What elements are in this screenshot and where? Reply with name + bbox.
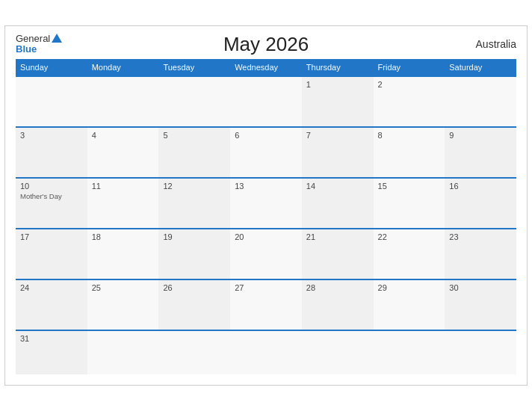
calendar-cell xyxy=(16,77,87,126)
date-number: 5 xyxy=(163,131,226,140)
date-number: 21 xyxy=(306,232,369,241)
calendar-cell: 23 xyxy=(445,229,516,279)
country-label: Australia xyxy=(476,38,516,50)
calendar-cell: 28 xyxy=(302,280,374,330)
calendar-cell: 25 xyxy=(87,280,159,330)
day-sunday: Sunday xyxy=(16,59,87,75)
calendar-cell xyxy=(158,331,230,374)
calendar-cell: 13 xyxy=(230,179,302,228)
calendar-event: Mother's Day xyxy=(20,192,83,200)
day-friday: Friday xyxy=(374,59,445,75)
days-header: Sunday Monday Tuesday Wednesday Thursday… xyxy=(16,59,516,75)
calendar-cell: 30 xyxy=(445,280,516,330)
date-number: 20 xyxy=(235,232,297,241)
date-number: 19 xyxy=(163,232,226,241)
calendar-cell: 18 xyxy=(87,229,159,279)
calendar-cell: 14 xyxy=(302,179,374,228)
calendar-cell xyxy=(87,77,159,126)
calendar-cell: 31 xyxy=(16,331,87,374)
date-number: 10 xyxy=(20,182,83,191)
week-row: 12 xyxy=(16,75,516,126)
calendar-container: GeneralBlue May 2026 Australia Sunday Mo… xyxy=(4,25,528,386)
date-number: 11 xyxy=(92,182,155,191)
calendar-cell: 6 xyxy=(230,128,302,177)
day-monday: Monday xyxy=(87,59,159,75)
logo-general-text: General xyxy=(16,34,50,44)
calendar-cell: 10Mother's Day xyxy=(16,179,87,228)
date-number: 7 xyxy=(306,131,369,140)
calendar-grid: 12345678910Mother's Day11121314151617181… xyxy=(16,75,516,374)
week-row: 31 xyxy=(16,330,516,374)
calendar-cell: 15 xyxy=(374,179,445,228)
calendar-cell: 7 xyxy=(302,128,374,177)
calendar-cell: 8 xyxy=(374,128,445,177)
date-number: 31 xyxy=(20,334,83,343)
date-number: 8 xyxy=(378,131,441,140)
day-thursday: Thursday xyxy=(302,59,374,75)
calendar-cell: 16 xyxy=(445,179,516,228)
week-row: 10Mother's Day111213141516 xyxy=(16,177,516,228)
date-number: 29 xyxy=(378,283,441,292)
calendar-cell: 29 xyxy=(374,280,445,330)
date-number: 26 xyxy=(163,283,226,292)
date-number: 2 xyxy=(378,80,441,89)
date-number: 16 xyxy=(449,182,512,191)
calendar-cell: 1 xyxy=(302,77,374,126)
calendar-cell: 21 xyxy=(302,229,374,279)
calendar-title: May 2026 xyxy=(223,33,309,56)
calendar-cell xyxy=(302,331,374,374)
date-number: 9 xyxy=(449,131,512,140)
date-number: 1 xyxy=(306,80,369,89)
date-number: 14 xyxy=(306,182,369,191)
date-number: 12 xyxy=(163,182,226,191)
date-number: 3 xyxy=(20,131,83,140)
date-number: 30 xyxy=(449,283,512,292)
date-number: 23 xyxy=(449,232,512,241)
calendar-cell: 20 xyxy=(230,229,302,279)
calendar-cell: 9 xyxy=(445,128,516,177)
calendar-cell: 17 xyxy=(16,229,87,279)
calendar-cell: 5 xyxy=(158,128,230,177)
calendar-cell: 24 xyxy=(16,280,87,330)
calendar-cell: 3 xyxy=(16,128,87,177)
calendar-cell: 12 xyxy=(158,179,230,228)
date-number: 25 xyxy=(92,283,155,292)
calendar-cell: 26 xyxy=(158,280,230,330)
day-tuesday: Tuesday xyxy=(158,59,230,75)
logo-blue-text: Blue xyxy=(16,44,37,55)
calendar-cell: 2 xyxy=(374,77,445,126)
date-number: 6 xyxy=(235,131,297,140)
date-number: 4 xyxy=(92,131,155,140)
calendar-cell: 19 xyxy=(158,229,230,279)
calendar-cell: 4 xyxy=(87,128,159,177)
date-number: 27 xyxy=(235,283,297,292)
logo: GeneralBlue xyxy=(16,34,62,55)
calendar-cell: 27 xyxy=(230,280,302,330)
date-number: 24 xyxy=(20,283,83,292)
date-number: 18 xyxy=(92,232,155,241)
calendar-cell xyxy=(445,331,516,374)
calendar-cell xyxy=(230,77,302,126)
date-number: 13 xyxy=(235,182,297,191)
date-number: 22 xyxy=(378,232,441,241)
calendar-cell: 22 xyxy=(374,229,445,279)
calendar-cell xyxy=(374,331,445,374)
day-wednesday: Wednesday xyxy=(230,59,302,75)
date-number: 15 xyxy=(378,182,441,191)
date-number: 17 xyxy=(20,232,83,241)
week-row: 17181920212223 xyxy=(16,228,516,279)
calendar-cell xyxy=(445,77,516,126)
calendar-cell xyxy=(87,331,159,374)
calendar-cell xyxy=(230,331,302,374)
day-saturday: Saturday xyxy=(445,59,516,75)
calendar-header: GeneralBlue May 2026 Australia xyxy=(16,34,516,55)
week-row: 3456789 xyxy=(16,126,516,177)
date-number: 28 xyxy=(306,283,369,292)
calendar-cell xyxy=(158,77,230,126)
calendar-cell: 11 xyxy=(87,179,159,228)
week-row: 24252627282930 xyxy=(16,279,516,330)
logo-triangle-icon xyxy=(52,34,62,43)
